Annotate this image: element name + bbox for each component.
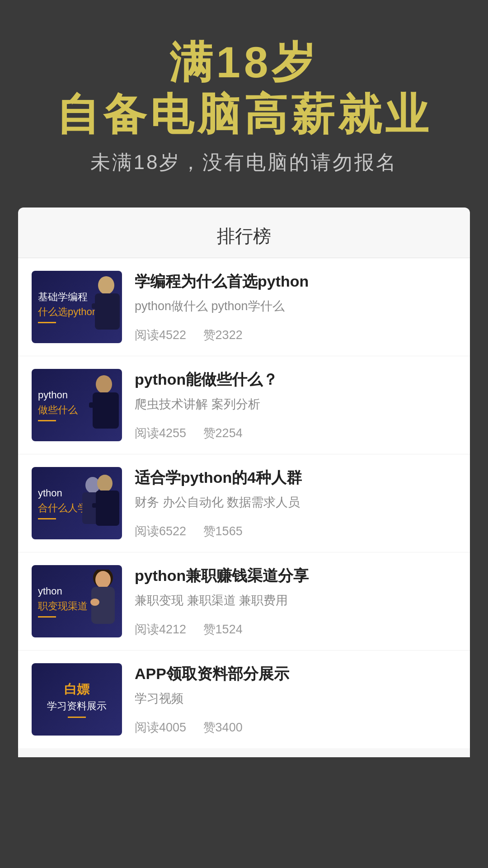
item-stats: 阅读4005 赞3400: [135, 712, 456, 736]
thumbnail-sub-text: 学习资料展示: [47, 699, 107, 713]
svg-point-0: [98, 276, 114, 294]
item-stats: 阅读4212 赞1524: [135, 614, 456, 637]
item-content: python兼职赚钱渠道分享 兼职变现 兼职渠道 兼职费用 阅读4212 赞15…: [135, 565, 456, 637]
item-tags: 财务 办公自动化 数据需求人员: [135, 493, 456, 512]
item-content: 适合学python的4种人群 财务 办公自动化 数据需求人员 阅读6522 赞1…: [135, 467, 456, 539]
list-item[interactable]: 基础学编程 什么选python: [18, 258, 470, 356]
svg-rect-4: [93, 392, 119, 429]
thumbnail-4: ython 职变现渠道: [32, 565, 122, 637]
svg-rect-10: [92, 503, 101, 508]
item-stats: 阅读4255 赞2254: [135, 418, 456, 441]
list-item[interactable]: ython 职变现渠道: [18, 552, 470, 651]
like-count: 赞2322: [203, 328, 243, 342]
item-tags: 学习视频: [135, 689, 456, 708]
svg-rect-1: [95, 293, 120, 330]
item-title: python兼职赚钱渠道分享: [135, 565, 456, 587]
thumbnail-big-text: 白嫖: [47, 681, 107, 698]
svg-rect-5: [89, 402, 99, 408]
list-item[interactable]: 白嫖 学习资料展示 APP领取资料部分展示 学习视频 阅读4005 赞3400: [18, 651, 470, 748]
read-count: 阅读4255: [135, 426, 186, 440]
item-title: 学编程为什么首选python: [135, 271, 456, 292]
read-count: 阅读6522: [135, 524, 186, 538]
item-stats: 阅读4522 赞2322: [135, 320, 456, 343]
svg-point-14: [90, 599, 99, 606]
thumbnail-5: 白嫖 学习资料展示: [32, 663, 122, 736]
item-content: 学编程为什么首选python python做什么 python学什么 阅读452…: [135, 271, 456, 343]
list-item[interactable]: ython 合什么人学习: [18, 454, 470, 552]
item-title: python能做些什么？: [135, 369, 456, 391]
thumbnail-3: ython 合什么人学习: [32, 467, 122, 539]
ranking-container: 排行榜 基础学编程 什么选python: [18, 208, 470, 757]
item-stats: 阅读6522 赞1565: [135, 516, 456, 539]
list-item[interactable]: python 做些什么 python能做些什么？ 爬虫技术讲解 案列分析: [18, 356, 470, 454]
read-count: 阅读4212: [135, 623, 186, 636]
item-content: python能做些什么？ 爬虫技术讲解 案列分析 阅读4255 赞2254: [135, 369, 456, 441]
like-count: 赞2254: [203, 426, 243, 440]
item-tags: python做什么 python学什么: [135, 297, 456, 316]
item-content: APP领取资料部分展示 学习视频 阅读4005 赞3400: [135, 663, 456, 736]
item-tags: 爬虫技术讲解 案列分析: [135, 395, 456, 414]
hero-section: 满18岁 自备电脑高薪就业 未满18岁，没有电脑的请勿报名: [0, 0, 488, 198]
svg-point-12: [95, 571, 111, 588]
ranking-list: 基础学编程 什么选python: [18, 258, 470, 748]
svg-rect-2: [92, 303, 101, 309]
item-title: APP领取资料部分展示: [135, 663, 456, 685]
like-count: 赞1565: [203, 524, 243, 538]
hero-subtitle: 未满18岁，没有电脑的请勿报名: [18, 149, 470, 176]
ranking-header: 排行榜: [18, 208, 470, 258]
read-count: 阅读4005: [135, 721, 186, 734]
read-count: 阅读4522: [135, 328, 186, 342]
hero-title: 满18岁 自备电脑高薪就业: [18, 36, 470, 140]
like-count: 赞1524: [203, 623, 243, 636]
item-tags: 兼职变现 兼职渠道 兼职费用: [135, 591, 456, 610]
thumbnail-2: python 做些什么: [32, 369, 122, 441]
item-title: 适合学python的4种人群: [135, 467, 456, 489]
svg-point-8: [97, 475, 113, 492]
svg-point-3: [96, 375, 112, 393]
thumbnail-1: 基础学编程 什么选python: [32, 271, 122, 343]
like-count: 赞3400: [203, 721, 243, 734]
svg-rect-9: [96, 491, 119, 526]
